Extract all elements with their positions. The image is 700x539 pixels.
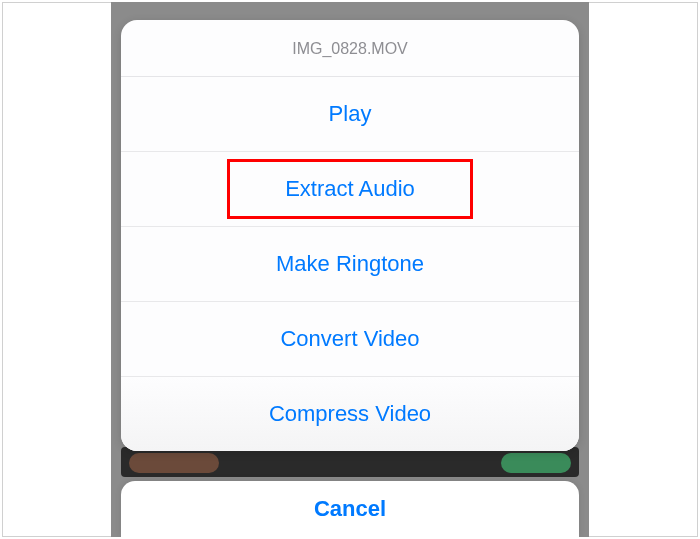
option-label: Convert Video: [280, 326, 419, 351]
option-make-ringtone[interactable]: Make Ringtone: [121, 227, 579, 302]
option-label: Compress Video: [269, 401, 431, 426]
option-play[interactable]: Play: [121, 77, 579, 152]
option-label: Play: [329, 101, 372, 126]
cancel-label: Cancel: [314, 496, 386, 522]
option-extract-audio[interactable]: Extract Audio: [121, 152, 579, 227]
option-compress-video[interactable]: Compress Video: [121, 377, 579, 451]
option-label: Extract Audio: [285, 176, 415, 201]
option-label: Make Ringtone: [276, 251, 424, 276]
sheet-title: IMG_0828.MOV: [121, 20, 579, 77]
screenshot-frame: IMG_0828.MOV Play Extract Audio Make Rin…: [2, 2, 698, 537]
action-sheet: IMG_0828.MOV Play Extract Audio Make Rin…: [121, 20, 579, 451]
background-pill-left: [129, 453, 219, 473]
background-pill-right: [501, 453, 571, 473]
option-convert-video[interactable]: Convert Video: [121, 302, 579, 377]
phone-background: IMG_0828.MOV Play Extract Audio Make Rin…: [111, 2, 589, 537]
cancel-button[interactable]: Cancel: [121, 481, 579, 537]
